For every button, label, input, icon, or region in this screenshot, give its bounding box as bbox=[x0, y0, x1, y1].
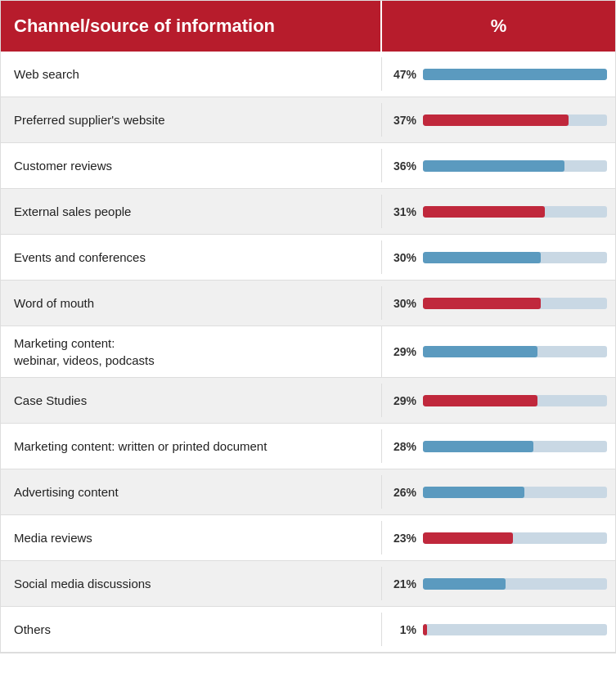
percent-cell: 29% bbox=[382, 386, 615, 415]
percent-cell: 37% bbox=[382, 106, 615, 135]
bar-fill bbox=[423, 532, 513, 544]
bar-fill bbox=[423, 346, 537, 357]
bar-fill bbox=[423, 160, 564, 172]
pct-label: 47% bbox=[390, 68, 416, 81]
channel-cell: Advertising content bbox=[1, 475, 382, 509]
bar-track bbox=[423, 160, 607, 172]
pct-label: 26% bbox=[390, 486, 416, 499]
bar-track bbox=[423, 252, 607, 263]
percent-cell: 47% bbox=[382, 60, 615, 89]
bar-track bbox=[423, 441, 607, 452]
pct-label: 29% bbox=[390, 394, 416, 407]
pct-label: 21% bbox=[390, 577, 416, 590]
table-row: Advertising content 26% bbox=[1, 469, 615, 515]
bar-track bbox=[423, 346, 607, 357]
percent-cell: 28% bbox=[382, 432, 615, 461]
bar-track bbox=[423, 578, 607, 590]
bar-track bbox=[423, 395, 607, 406]
bar-track bbox=[423, 69, 607, 80]
channel-cell: Social media discussions bbox=[1, 567, 382, 600]
pct-label: 37% bbox=[390, 114, 416, 127]
bar-fill bbox=[423, 298, 541, 309]
channel-cell: Customer reviews bbox=[1, 149, 382, 182]
percent-cell: 26% bbox=[382, 478, 615, 507]
channel-cell: Media reviews bbox=[1, 521, 382, 555]
pct-label: 31% bbox=[390, 205, 416, 218]
bar-track bbox=[423, 532, 607, 544]
table-row: Marketing content: written or printed do… bbox=[1, 424, 615, 469]
bar-track bbox=[423, 487, 607, 498]
bar-fill bbox=[423, 624, 427, 635]
bar-track bbox=[423, 298, 607, 309]
channel-cell: Web search bbox=[1, 57, 382, 91]
bar-fill bbox=[423, 487, 524, 498]
bar-track bbox=[423, 206, 607, 218]
table-row: Preferred supplier's website 37% bbox=[1, 97, 615, 143]
percent-header: % bbox=[382, 1, 615, 52]
pct-label: 28% bbox=[390, 440, 416, 453]
pct-label: 30% bbox=[390, 251, 416, 264]
table-row: Word of mouth 30% bbox=[1, 281, 615, 326]
table-row: Others 1% bbox=[1, 607, 615, 653]
percent-cell: 29% bbox=[382, 337, 615, 366]
bar-fill bbox=[423, 252, 541, 263]
table-body: Web search 47% Preferred supplier's webs… bbox=[1, 52, 615, 653]
percent-cell: 31% bbox=[382, 197, 615, 227]
bar-fill bbox=[423, 206, 545, 218]
percent-cell: 1% bbox=[382, 615, 615, 644]
table-row: Media reviews 23% bbox=[1, 515, 615, 561]
channel-header: Channel/source of information bbox=[1, 1, 382, 52]
channel-cell: Marketing content:webinar, videos, podca… bbox=[1, 326, 382, 377]
channel-cell: Marketing content: written or printed do… bbox=[1, 429, 382, 463]
bar-track bbox=[423, 624, 607, 635]
bar-fill bbox=[423, 441, 533, 452]
bar-track bbox=[423, 114, 607, 126]
table-row: Web search 47% bbox=[1, 52, 615, 97]
table-row: Customer reviews 36% bbox=[1, 143, 615, 189]
pct-label: 23% bbox=[390, 532, 416, 545]
bar-fill bbox=[423, 395, 537, 406]
bar-fill bbox=[423, 578, 506, 590]
pct-label: 36% bbox=[390, 159, 416, 173]
channel-cell: External sales people bbox=[1, 195, 382, 228]
table-row: External sales people 31% bbox=[1, 189, 615, 235]
table-row: Events and conferences 30% bbox=[1, 235, 615, 281]
percent-cell: 23% bbox=[382, 523, 615, 553]
channel-cell: Events and conferences bbox=[1, 240, 382, 274]
pct-label: 30% bbox=[390, 297, 416, 310]
channel-cell: Word of mouth bbox=[1, 286, 382, 320]
bar-fill bbox=[423, 69, 607, 80]
table-row: Social media discussions 21% bbox=[1, 561, 615, 607]
table-row: Case Studies 29% bbox=[1, 378, 615, 424]
channel-cell: Others bbox=[1, 613, 382, 646]
percent-cell: 30% bbox=[382, 289, 615, 318]
pct-label: 29% bbox=[390, 345, 416, 358]
chart-table: Channel/source of information % Web sear… bbox=[0, 0, 616, 653]
percent-cell: 36% bbox=[382, 151, 615, 181]
percent-cell: 30% bbox=[382, 243, 615, 272]
percent-cell: 21% bbox=[382, 569, 615, 599]
bar-fill bbox=[423, 114, 569, 126]
pct-label: 1% bbox=[390, 623, 416, 636]
channel-cell: Case Studies bbox=[1, 384, 382, 417]
table-row: Marketing content:webinar, videos, podca… bbox=[1, 326, 615, 378]
table-header: Channel/source of information % bbox=[1, 1, 615, 52]
channel-cell: Preferred supplier's website bbox=[1, 103, 382, 137]
